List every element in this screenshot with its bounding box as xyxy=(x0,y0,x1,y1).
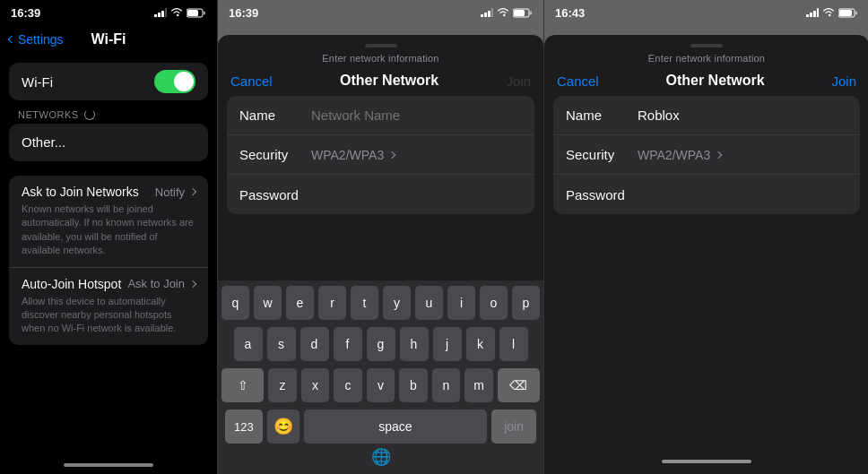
loading-spinner xyxy=(84,109,95,120)
key-j[interactable]: j xyxy=(433,327,462,361)
security-row-empty[interactable]: Security WPA2/WPA3 xyxy=(227,135,534,175)
password-row-filled[interactable]: Password xyxy=(553,175,860,214)
battery-icon xyxy=(187,8,206,18)
key-b[interactable]: b xyxy=(399,368,428,402)
globe-icon[interactable]: 🌐 xyxy=(371,447,391,467)
key-i[interactable]: i xyxy=(447,286,475,320)
kb-globe-row: 🌐 xyxy=(221,444,540,469)
home-indicator-1 xyxy=(64,463,153,467)
key-m[interactable]: m xyxy=(464,368,493,402)
svg-rect-0 xyxy=(154,14,157,17)
svg-rect-16 xyxy=(813,11,816,17)
svg-rect-8 xyxy=(484,13,487,17)
chevron-right-security xyxy=(388,151,395,158)
other-network-sheet-empty: Enter network information Cancel Other N… xyxy=(218,35,543,474)
kb-join-key[interactable]: join xyxy=(491,409,536,444)
svg-rect-15 xyxy=(810,13,812,17)
key-s[interactable]: s xyxy=(267,327,296,361)
security-label-filled: Security xyxy=(566,147,638,162)
back-button[interactable]: Settings xyxy=(9,32,64,47)
svg-rect-19 xyxy=(839,10,852,16)
wifi-toggle[interactable] xyxy=(154,70,195,93)
signal-icon-2 xyxy=(481,8,493,17)
svg-rect-6 xyxy=(204,11,205,14)
status-time-2: 16:39 xyxy=(229,6,258,20)
key-k[interactable]: k xyxy=(466,327,495,361)
auto-join-row[interactable]: Auto-Join Hotspot Ask to Join Allow this… xyxy=(9,268,208,345)
network-form-empty: Name Security WPA2/WPA3 Password xyxy=(227,96,534,214)
settings-section: Ask to Join Networks Notify Known networ… xyxy=(9,176,208,345)
key-h[interactable]: h xyxy=(400,327,429,361)
key-q[interactable]: q xyxy=(221,286,249,320)
wifi-label: Wi-Fi xyxy=(22,74,53,90)
key-a[interactable]: a xyxy=(234,327,263,361)
key-c[interactable]: c xyxy=(334,368,362,402)
key-d[interactable]: d xyxy=(300,327,329,361)
key-w[interactable]: w xyxy=(254,286,282,320)
password-label-empty: Password xyxy=(239,187,311,203)
svg-rect-13 xyxy=(530,11,532,14)
key-y[interactable]: y xyxy=(383,286,411,320)
password-label-filled: Password xyxy=(566,187,638,203)
key-o[interactable]: o xyxy=(480,286,508,320)
ask-join-desc: Known networks will be joined automatica… xyxy=(22,203,195,258)
backspace-key[interactable]: ⌫ xyxy=(498,368,540,402)
modal-title-filled: Other Network xyxy=(665,73,764,89)
shift-key[interactable]: ⇧ xyxy=(221,368,264,402)
status-icons-1 xyxy=(154,8,206,18)
name-input-empty[interactable] xyxy=(311,108,522,123)
other-network-row[interactable]: Other... xyxy=(9,124,208,161)
auto-join-label: Auto-Join Hotspot xyxy=(22,277,121,291)
key-f[interactable]: f xyxy=(334,327,362,361)
key-r[interactable]: r xyxy=(318,286,346,320)
key-p[interactable]: p xyxy=(512,286,540,320)
svg-rect-12 xyxy=(514,10,525,16)
signal-icon-3 xyxy=(806,8,819,17)
ask-join-label: Ask to Join Networks xyxy=(22,185,139,199)
key-n[interactable]: n xyxy=(432,368,461,402)
kb-emoji-key[interactable]: 😊 xyxy=(267,409,299,444)
name-label-empty: Name xyxy=(239,108,311,123)
kb-bottom-row: 123 😊 space join xyxy=(221,409,540,444)
ask-join-value: Notify xyxy=(155,185,195,199)
key-x[interactable]: x xyxy=(301,368,330,402)
key-v[interactable]: v xyxy=(367,368,395,402)
key-t[interactable]: t xyxy=(351,286,378,320)
ask-join-row[interactable]: Ask to Join Networks Notify Known networ… xyxy=(9,176,208,268)
join-button-filled[interactable]: Join xyxy=(831,73,856,89)
modal-drag-bar-3 xyxy=(544,35,868,53)
modal-drag-indicator xyxy=(365,44,397,47)
kb-123-key[interactable]: 123 xyxy=(225,409,263,444)
name-row-filled[interactable]: Name Roblox xyxy=(553,96,860,135)
battery-icon-2 xyxy=(513,8,533,18)
key-e[interactable]: e xyxy=(286,286,314,320)
name-label-filled: Name xyxy=(566,108,638,123)
cancel-button-filled[interactable]: Cancel xyxy=(557,73,599,89)
key-z[interactable]: z xyxy=(268,368,297,402)
name-row-empty[interactable]: Name xyxy=(227,96,534,135)
auto-join-value: Ask to Join xyxy=(127,277,195,290)
wifi-toggle-row[interactable]: Wi-Fi xyxy=(9,63,208,100)
key-u[interactable]: u xyxy=(415,286,443,320)
kb-row1: q w e r t y u i o p xyxy=(221,286,540,320)
kb-row3: ⇧ z x c v b n m ⌫ xyxy=(221,368,540,402)
modal-nav-row-filled: Cancel Other Network Join xyxy=(544,67,868,96)
password-row-empty[interactable]: Password xyxy=(227,175,534,214)
svg-rect-3 xyxy=(165,8,167,17)
key-g[interactable]: g xyxy=(367,327,395,361)
key-l[interactable]: l xyxy=(499,327,528,361)
svg-rect-2 xyxy=(161,11,164,17)
auto-join-desc: Allow this device to automatically disco… xyxy=(22,295,195,336)
chevron-right-security-3 xyxy=(715,151,722,158)
wifi-icon-3 xyxy=(822,8,835,17)
modal-nav-row-empty: Cancel Other Network Join xyxy=(218,67,543,96)
cancel-button-empty[interactable]: Cancel xyxy=(230,73,273,89)
chevron-left-icon xyxy=(8,36,15,43)
modal-title-empty: Other Network xyxy=(340,73,438,89)
other-network-sheet-filled: Enter network information Cancel Other N… xyxy=(544,35,868,474)
home-indicator-3 xyxy=(662,460,751,463)
join-button-empty[interactable]: Join xyxy=(506,73,531,89)
security-row-filled[interactable]: Security WPA2/WPA3 xyxy=(553,135,860,175)
kb-space-key[interactable]: space xyxy=(304,409,488,444)
back-label: Settings xyxy=(18,32,64,47)
